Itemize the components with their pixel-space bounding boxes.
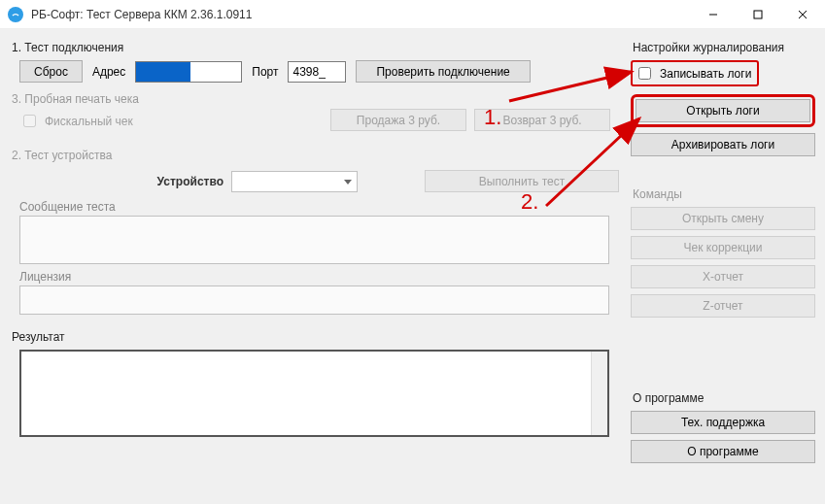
address-selection [136, 62, 190, 82]
write-logs-label: Записывать логи [660, 67, 751, 81]
window-title: РБ-Софт: Тест Сервера ККМ 2.36.1.0911 [31, 8, 252, 21]
fiscal-check-label: Фискальный чек [45, 115, 133, 128]
port-input[interactable] [288, 61, 346, 83]
license-label: Лицензия [19, 270, 619, 284]
fiscal-check-input [23, 115, 36, 127]
address-input[interactable] [135, 61, 242, 83]
commands-label: Команды [633, 187, 815, 201]
check-connection-button[interactable]: Проверить подключение [356, 60, 530, 83]
app-icon [8, 7, 23, 22]
write-logs-highlight: Записывать логи [631, 60, 759, 86]
write-logs-checkbox[interactable] [638, 67, 651, 80]
address-label: Адрес [92, 65, 125, 79]
open-shift-button: Открыть смену [631, 207, 815, 230]
support-button[interactable]: Тех. поддержка [631, 411, 815, 434]
result-textarea[interactable] [19, 350, 609, 437]
close-button[interactable] [780, 0, 825, 29]
device-label: Устройство [19, 175, 223, 188]
maximize-button[interactable] [736, 0, 780, 29]
run-test-button: Выполнить тест [425, 170, 619, 192]
svg-rect-1 [754, 11, 762, 18]
test-message-label: Сообщение теста [19, 200, 619, 214]
correction-button: Чек коррекции [631, 236, 815, 259]
device-combo[interactable] [231, 171, 358, 192]
left-column: 1. Тест подключения Сброс Адрес Порт Про… [10, 37, 619, 496]
open-logs-button[interactable]: Открыть логи [636, 99, 810, 122]
archive-logs-button[interactable]: Архивировать логи [631, 133, 815, 156]
logging-label: Настройки журналирования [633, 41, 815, 54]
refund-button: Возврат 3 руб. [474, 109, 610, 131]
titlebar: РБ-Софт: Тест Сервера ККМ 2.36.1.0911 [0, 0, 825, 29]
section1-label: 1. Тест подключения [12, 41, 619, 54]
open-logs-highlight: Открыть логи [631, 94, 815, 127]
minimize-button[interactable] [691, 0, 736, 29]
section3-label: 3. Пробная печать чека [12, 92, 619, 106]
reset-button[interactable]: Сброс [19, 60, 83, 83]
port-label: Порт [252, 65, 278, 79]
client-area: 1. Тест подключения Сброс Адрес Порт Про… [0, 29, 825, 504]
about-label: О программе [633, 391, 815, 405]
section2-label: 2. Тест устройства [12, 149, 619, 162]
xreport-button: X-отчет [631, 265, 815, 288]
license-textarea[interactable] [19, 286, 609, 315]
zreport-button: Z-отчет [631, 294, 815, 318]
sale-button: Продажа 3 руб. [330, 109, 466, 131]
test-message-textarea[interactable] [19, 216, 609, 264]
result-label: Результат [12, 330, 619, 344]
about-button[interactable]: О программе [631, 440, 815, 463]
right-column: Настройки журналирования Записывать логи… [631, 37, 815, 496]
